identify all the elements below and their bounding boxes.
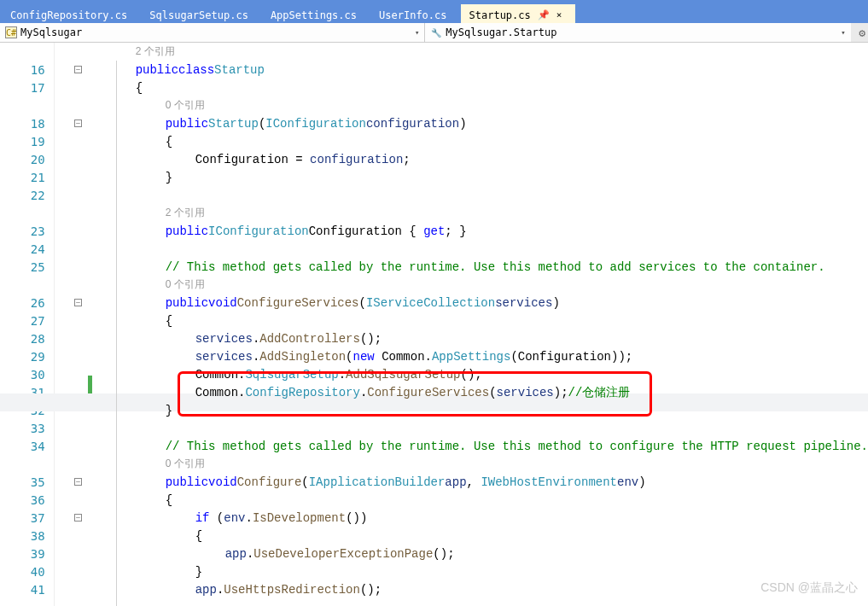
line-number: 28 [0,329,45,347]
line-number: 24 [0,240,45,258]
code-line: Configuration = configuration; [55,150,868,168]
code-line: app.UseHttpsRedirection(); [55,580,868,598]
line-number: 38 [0,527,45,545]
code-lens[interactable]: 2 个引用 [55,204,868,222]
code-line: { [55,79,868,96]
line-number: 35 [0,473,45,491]
class-icon: 🔧 [430,26,442,38]
line-number: 30 [0,365,45,383]
code-line: } [55,401,868,419]
code-line: services.AddControllers(); [55,329,868,347]
code-line: public void Configure(IApplicationBuilde… [55,473,868,491]
csharp-file-icon: C# [5,26,17,38]
line-number: 39 [0,545,45,562]
code-line: public Startup(IConfiguration configurat… [55,114,868,132]
chevron-down-icon: ▾ [415,28,419,37]
code-line [55,240,868,258]
code-line: // This method gets called by the runtim… [55,437,868,455]
line-number: 33 [0,419,45,437]
line-number [0,276,45,294]
tab-sqlsugarsetup[interactable]: SqlsugarSetup.cs [141,4,262,23]
line-number: 36 [0,491,45,509]
code-line: { [55,527,868,545]
watermark: CSDN @蓝晶之心 [760,580,858,596]
code-line: services.AddSingleton(new Common.AppSett… [55,347,868,365]
code-lens[interactable]: 0 个引用 [55,455,868,473]
nav-project-dropdown[interactable]: C# MySqlsugar ▾ [0,23,425,42]
code-line: if (env.IsDevelopment()) [55,509,868,527]
code-line: Common.ConfigRepository.ConfigureService… [55,383,868,401]
nav-type-label: MySqlsugar.Startup [446,26,556,38]
nav-project-label: MySqlsugar [20,26,82,38]
line-number: 18 [0,114,45,132]
line-number: 20 [0,150,45,168]
tab-configrepository[interactable]: ConfigRepository.cs [2,4,141,23]
line-number: 23 [0,222,45,240]
line-number: 34 [0,437,45,455]
code-line: } [55,168,868,186]
tab-appsettings[interactable]: AppSettings.cs [262,4,370,23]
line-number [0,43,45,61]
code-lens[interactable]: 0 个引用 [55,96,868,114]
close-icon[interactable]: × [556,9,562,20]
code-line [55,186,868,204]
tabs-bar: ConfigRepository.cs SqlsugarSetup.cs App… [0,0,868,23]
pin-icon[interactable]: 📌 [538,9,550,20]
code-line [55,419,868,437]
code-line: { [55,312,868,329]
code-line: public IConfiguration Configuration { ge… [55,222,868,240]
tab-userinfo[interactable]: UserInfo.cs [370,4,460,23]
chevron-down-icon: ▾ [841,28,845,37]
code-area[interactable]: 2 个引用 public class Startup { 0 个引用 publi… [55,43,868,606]
line-number [0,455,45,473]
nav-type-dropdown[interactable]: 🔧 MySqlsugar.Startup ▾ [425,23,850,42]
line-number: 22 [0,186,45,204]
line-number [0,96,45,114]
line-number: 41 [0,580,45,598]
line-number: 27 [0,312,45,329]
line-number-gutter: 16 17 18 19 20 21 22 23 24 25 26 27 28 2… [0,43,55,606]
line-number: 26 [0,294,45,312]
gear-icon[interactable]: ⚙ [859,26,865,39]
code-line: Common.SqlsugarSetup.AddSqlsugarSetup(); [55,365,868,383]
code-line: } [55,562,868,580]
line-number: 40 [0,562,45,580]
code-line: { [55,491,868,509]
line-number: 29 [0,347,45,365]
nav-bar: C# MySqlsugar ▾ 🔧 MySqlsugar.Startup ▾ ⚙ [0,23,868,43]
line-number: 19 [0,132,45,150]
line-number: 21 [0,168,45,186]
code-line: app.UseDeveloperExceptionPage(); [55,545,868,562]
code-line: public class Startup [55,61,868,79]
code-lens[interactable]: 0 个引用 [55,276,868,294]
code-line: { [55,132,868,150]
code-line: public void ConfigureServices(IServiceCo… [55,294,868,312]
line-number: 37 [0,509,45,527]
code-line: // This method gets called by the runtim… [55,258,868,276]
editor[interactable]: 16 17 18 19 20 21 22 23 24 25 26 27 28 2… [0,43,868,606]
code-lens[interactable]: 2 个引用 [55,43,868,61]
line-number [0,204,45,222]
line-number: 16 [0,61,45,79]
tab-startup[interactable]: Startup.cs 📌 × [461,4,576,23]
line-number: 25 [0,258,45,276]
line-number: 17 [0,79,45,96]
